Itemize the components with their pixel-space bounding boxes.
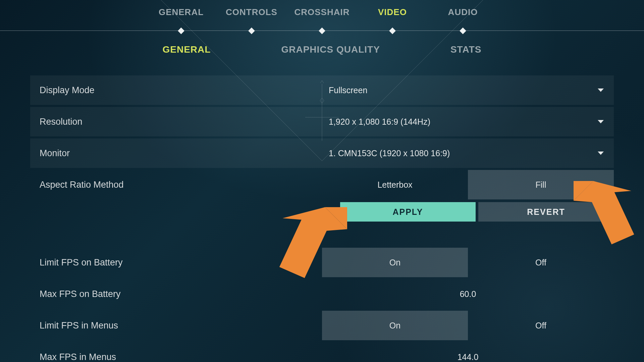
revert-button[interactable]: REVERT — [478, 202, 614, 222]
max-fps-battery-value[interactable]: 60.0 — [322, 289, 614, 299]
tab-audio[interactable]: AUDIO — [428, 7, 498, 31]
setting-label: Limit FPS in Menus — [30, 320, 322, 331]
subtab-label: STATS — [450, 44, 482, 55]
option-label: Fill — [536, 180, 546, 190]
tab-label: VIDEO — [378, 7, 407, 17]
setting-label: Max FPS in Menus — [30, 352, 322, 362]
setting-label: Resolution — [30, 117, 322, 127]
dropdown-value: 1. CMN153C (644 x 362 16:9) — [329, 148, 450, 158]
row-display-mode: Display Mode Fullscreen — [30, 75, 614, 105]
chevron-down-icon — [598, 120, 604, 123]
tab-general[interactable]: GENERAL — [146, 7, 216, 31]
tab-label: CROSSHAIR — [294, 7, 350, 17]
button-label: REVERT — [527, 207, 565, 217]
monitor-dropdown[interactable]: 1. CMN153C (644 x 362 16:9) — [322, 138, 614, 168]
setting-label: Monitor — [30, 148, 322, 159]
aspect-ratio-option-letterbox[interactable]: Letterbox — [322, 170, 468, 199]
video-settings-panel: Display Mode Fullscreen Resolution 1,920… — [30, 75, 614, 362]
chevron-down-icon — [598, 152, 604, 155]
resolution-dropdown[interactable]: 1,920 x 1,080 16:9 (144Hz) — [322, 107, 614, 136]
diamond-icon — [248, 27, 255, 34]
row-max-fps-battery: Max FPS on Battery 60.0 — [30, 279, 614, 309]
row-monitor: Monitor 1. CMN153C (644 x 362 16:9) — [30, 138, 614, 168]
subtab-general[interactable]: GENERAL — [163, 44, 211, 55]
row-limit-fps-menus: Limit FPS in Menus On Off — [30, 311, 614, 340]
row-max-fps-menus: Max FPS in Menus 144.0 — [30, 342, 614, 362]
aspect-ratio-option-fill[interactable]: Fill — [468, 170, 614, 199]
option-label: On — [389, 321, 400, 330]
primary-tabs: GENERAL CONTROLS CROSSHAIR VIDEO AUDIO — [0, 0, 644, 31]
button-label: APPLY — [392, 207, 423, 217]
diamond-icon — [319, 27, 325, 34]
limit-fps-battery-option-off[interactable]: Off — [468, 248, 614, 277]
setting-label: Limit FPS on Battery — [30, 257, 322, 268]
chevron-down-icon — [598, 88, 604, 92]
setting-label: Aspect Ratio Method — [30, 180, 322, 190]
apply-button[interactable]: APPLY — [340, 202, 476, 222]
tab-video[interactable]: VIDEO — [357, 7, 428, 31]
value-text: 60.0 — [460, 289, 476, 299]
setting-label: Max FPS on Battery — [30, 289, 322, 299]
limit-fps-battery-option-on[interactable]: On — [322, 248, 468, 277]
diamond-icon — [460, 27, 466, 34]
diamond-icon — [178, 27, 184, 34]
limit-fps-menus-option-on[interactable]: On — [322, 311, 468, 340]
row-resolution: Resolution 1,920 x 1,080 16:9 (144Hz) — [30, 107, 614, 136]
tab-crosshair[interactable]: CROSSHAIR — [287, 7, 357, 31]
option-label: Off — [535, 321, 546, 330]
dropdown-value: Fullscreen — [329, 85, 367, 95]
diamond-icon — [389, 27, 396, 34]
tab-label: GENERAL — [159, 7, 204, 17]
setting-label: Display Mode — [30, 85, 322, 96]
limit-fps-menus-toggle: On Off — [322, 311, 614, 340]
max-fps-menus-value[interactable]: 144.0 — [322, 352, 614, 362]
display-mode-dropdown[interactable]: Fullscreen — [322, 75, 614, 105]
subtab-label: GRAPHICS QUALITY — [281, 44, 380, 55]
option-label: Off — [535, 258, 546, 267]
subtab-graphics-quality[interactable]: GRAPHICS QUALITY — [281, 44, 380, 55]
tab-controls[interactable]: CONTROLS — [216, 7, 287, 31]
option-label: Letterbox — [377, 180, 412, 190]
subtab-stats[interactable]: STATS — [450, 44, 482, 55]
aspect-ratio-toggle: Letterbox Fill — [322, 170, 614, 199]
row-aspect-ratio: Aspect Ratio Method Letterbox Fill — [30, 170, 614, 199]
row-limit-fps-battery: Limit FPS on Battery On Off — [30, 248, 614, 277]
tab-label: AUDIO — [448, 7, 478, 17]
option-label: On — [389, 258, 400, 267]
dropdown-value: 1,920 x 1,080 16:9 (144Hz) — [329, 117, 430, 127]
secondary-tabs: GENERAL GRAPHICS QUALITY STATS — [0, 44, 644, 55]
value-text: 144.0 — [458, 352, 479, 362]
limit-fps-battery-toggle: On Off — [322, 248, 614, 277]
limit-fps-menus-option-off[interactable]: Off — [468, 311, 614, 340]
tab-label: CONTROLS — [226, 7, 277, 17]
action-row: APPLY REVERT — [30, 202, 614, 222]
subtab-label: GENERAL — [163, 44, 211, 55]
